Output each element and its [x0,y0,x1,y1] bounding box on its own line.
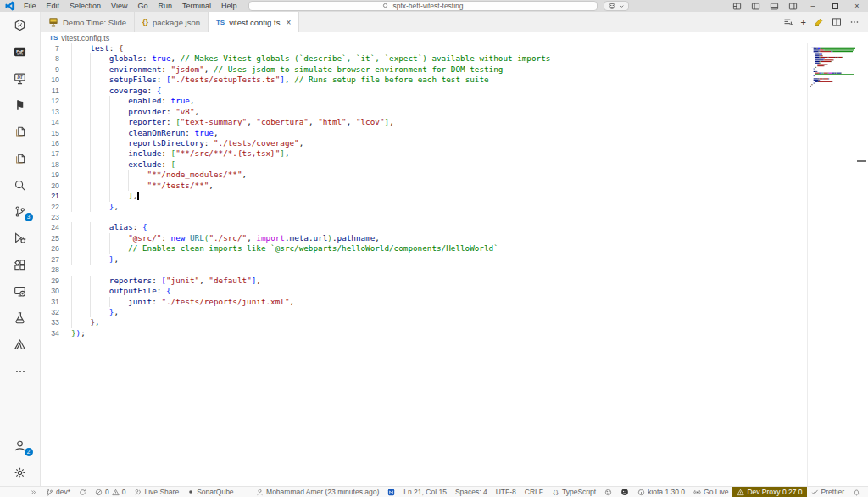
code-line-34[interactable]: 34}); [41,328,807,338]
test-beaker-icon[interactable] [0,304,41,331]
copilot-status[interactable] [616,487,633,497]
code-line-30[interactable]: 30 outputFile: { [41,286,807,296]
settings-gear-icon[interactable] [0,460,41,486]
pages-icon[interactable] [0,119,41,145]
code-line-20[interactable]: 20 "**/tests/**", [41,181,807,191]
open-changes-icon[interactable] [783,17,793,27]
notifications-bell[interactable] [849,487,865,497]
more-actions-icon[interactable] [849,17,860,27]
menu-view[interactable]: View [106,0,132,12]
code-line-25[interactable]: 25 "@src/": new URL("./src/", import.met… [41,233,807,243]
code-line-26[interactable]: 26 // Enables clean imports like `@src/w… [41,243,807,254]
code-line-32[interactable]: 32 }, [41,307,807,317]
flag-extension-icon[interactable] [0,92,41,118]
tab-vitest-config[interactable]: TSvitest.config.ts× [209,12,299,32]
live-share[interactable]: Live Share [130,487,183,497]
git-blame-author[interactable]: Mohammad Amer (23 minutes ago) [252,487,383,497]
dev-proxy[interactable]: Dev Proxy 0.27.0 [732,487,806,497]
prettier[interactable]: Prettier [807,487,849,497]
copilot-icon [608,2,616,10]
azure-icon[interactable] [0,332,41,358]
split-editor-icon[interactable] [832,17,842,27]
command-center-search[interactable]: spfx-heft-vitest-testing [248,1,598,11]
kiota-version[interactable]: kiota 1.30.0 [633,487,689,497]
pages-icon-2[interactable] [0,145,41,171]
feedback-smiley[interactable] [600,487,616,497]
toggle-secondary-sidebar-icon[interactable] [783,0,802,12]
code-line-29[interactable]: 29 reporters: ["junit", "default"], [41,276,807,286]
eol[interactable]: CRLF [520,487,548,497]
code-line-21[interactable]: 21 ], [41,191,807,201]
code-editor[interactable]: 7 test: {8 globals: true, // Makes Vites… [41,43,807,486]
encoding[interactable]: UTF-8 [492,487,520,497]
problems[interactable]: 00 [91,487,130,497]
code-line-11[interactable]: 11 coverage: { [41,86,807,96]
menu-selection[interactable]: Selection [64,0,106,12]
code-line-31[interactable]: 31 junit: "./tests/reports/junit.xml", [41,297,807,307]
code-line-22[interactable]: 22 }, [41,202,807,212]
language-mode-label: TypeScript [562,488,596,496]
code-line-23[interactable]: 23 [41,212,807,222]
highlighter-icon[interactable] [814,17,824,27]
menu-file[interactable]: File [19,0,42,12]
git-branch[interactable]: dev* [42,487,75,497]
maximize-button[interactable] [824,0,846,12]
copilot-menu-button[interactable] [604,1,629,11]
remote-indicator[interactable] [25,487,42,497]
toggle-panel-icon[interactable] [765,0,783,12]
code-line-9[interactable]: 9 environment: "jsdom", // Uses jsdom to… [41,64,807,75]
code-line-7[interactable]: 7 test: { [41,43,807,53]
customize-layout-icon[interactable] [727,0,746,12]
code-line-17[interactable]: 17 include: ["**/src/**/*.{ts,tsx}"], [41,148,807,159]
code-line-27[interactable]: 27 }, [41,254,807,265]
account-icon[interactable]: 2 [0,433,41,459]
demo-time-icon[interactable]: DT [0,65,41,92]
extensions-icon[interactable] [0,252,41,278]
code-line-16[interactable]: 16 reportsDirectory: "./tests/coverage", [41,138,807,148]
editor-scrollbar[interactable] [856,43,868,486]
source-control-icon[interactable]: 3 [0,198,41,225]
minimize-button[interactable]: – [802,0,824,12]
code-line-12[interactable]: 12 enabled: true, [41,96,807,106]
code-line-13[interactable]: 13 provider: "v8", [41,107,807,117]
breadcrumb[interactable]: TS vitest.config.ts [41,32,868,43]
go-live[interactable]: Go Live [689,487,732,497]
pnp-spfx-icon[interactable]: PnPSPFx [0,38,41,64]
code-line-19[interactable]: 19 "**/node_modules/**", [41,170,807,180]
m365-agents-toolkit-icon[interactable] [0,12,41,38]
menu-help[interactable]: Help [216,0,242,12]
code-line-18[interactable]: 18 exclude: [ [41,159,807,170]
remote-explorer-icon[interactable] [0,278,41,304]
code-line-8[interactable]: 8 globals: true, // Makes Vitest globals… [41,53,807,64]
tab-package-json[interactable]: {}package.json [135,12,209,32]
indentation[interactable]: Spaces: 4 [451,487,492,497]
close-button[interactable]: × [846,0,868,12]
problems-icon [95,489,103,496]
run-debug-icon[interactable] [0,225,41,251]
menu-go[interactable]: Go [132,0,153,12]
new-file-icon[interactable]: + [801,17,806,27]
code-line-10[interactable]: 10 setupFiles: ["./tests/setupTests.ts"]… [41,75,807,85]
code-line-33[interactable]: 33 }, [41,317,807,327]
menu-edit[interactable]: Edit [42,0,65,12]
menu-run[interactable]: Run [153,0,177,12]
extension-square[interactable] [383,487,399,497]
search-icon[interactable] [0,171,41,198]
sync-changes[interactable] [75,487,91,497]
language-mode[interactable]: {}TypeScript [548,487,600,497]
more-views-icon[interactable] [0,358,41,384]
code-line-28[interactable]: 28 [41,265,807,275]
toggle-primary-sidebar-icon[interactable] [746,0,765,12]
close-tab-icon[interactable]: × [286,18,291,27]
code-line-15[interactable]: 15 cleanOnRerun: true, [41,128,807,138]
code-line-14[interactable]: 14 reporter: ["text-summary", "cobertura… [41,117,807,127]
live-share-label: Live Share [144,488,179,496]
sonarqube[interactable]: SonarQube [183,487,237,497]
titlebar: FileEditSelectionViewGoRunTerminalHelp ←… [0,0,868,12]
cursor-position[interactable]: Ln 21, Col 15 [399,487,451,497]
code-line-24[interactable]: 24 alias: { [41,222,807,232]
dev-proxy-label: Dev Proxy 0.27.0 [747,488,802,496]
menu-terminal[interactable]: Terminal [177,0,216,12]
minimap[interactable] [807,43,856,486]
tab-demo-time-slide[interactable]: Demo Time: Slide [41,12,135,32]
